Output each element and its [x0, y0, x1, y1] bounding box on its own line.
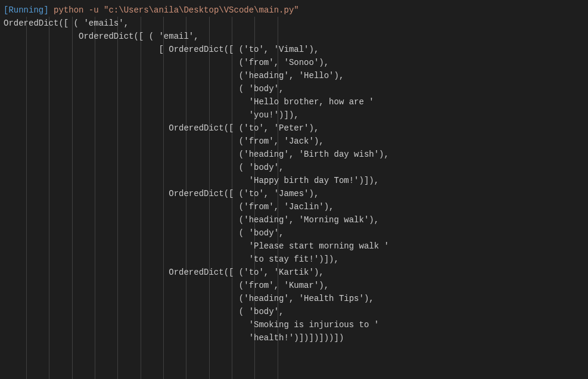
output-lines: OrderedDict([ ( 'emails', OrderedDict([ … [4, 17, 588, 344]
output-line: ('from', 'Kumar'), [4, 279, 588, 292]
output-line: OrderedDict([ ('to', 'Kartik'), [4, 266, 588, 279]
output-line: ('heading', 'Morning walk'), [4, 213, 588, 226]
output-line: 'Happy birth day Tom!')]), [4, 174, 588, 187]
output-line: [ OrderedDict([ ('to', 'Vimal'), [4, 43, 588, 56]
output-line: ('from', 'Sonoo'), [4, 56, 588, 69]
output-line: ('heading', 'Health Tips'), [4, 292, 588, 305]
output-line: 'you!')]), [4, 108, 588, 122]
output-line: 'health!')])])]))]) [4, 331, 588, 344]
output-line: ('heading', 'Birth day wish'), [4, 148, 588, 161]
output-line: 'to stay fit!')]), [4, 253, 588, 266]
output-line: ( 'body', [4, 226, 588, 240]
terminal-output[interactable]: [Running] python -u "c:\Users\anila\Desk… [4, 4, 588, 344]
output-line: ('from', 'Jack'), [4, 135, 588, 148]
output-line: ( 'body', [4, 82, 588, 95]
output-line: OrderedDict([ ( 'emails', [4, 17, 588, 30]
command-text: python -u "c:\Users\anila\Desktop\VScode… [54, 5, 299, 15]
output-line: ('heading', 'Hello'), [4, 69, 588, 82]
output-line: ( 'body', [4, 305, 588, 318]
output-line: OrderedDict([ ('to', 'James'), [4, 187, 588, 200]
output-line: OrderedDict([ ('to', 'Peter'), [4, 122, 588, 135]
output-line: 'Smoking is injurious to ' [4, 318, 588, 331]
output-line: ('from', 'Jaclin'), [4, 200, 588, 213]
status-tag: [Running] [4, 5, 49, 15]
output-line: 'Hello brother, how are ' [4, 95, 588, 108]
output-line: OrderedDict([ ( 'email', [4, 30, 588, 43]
output-line: ( 'body', [4, 161, 588, 174]
output-line: 'Please start morning walk ' [4, 240, 588, 253]
